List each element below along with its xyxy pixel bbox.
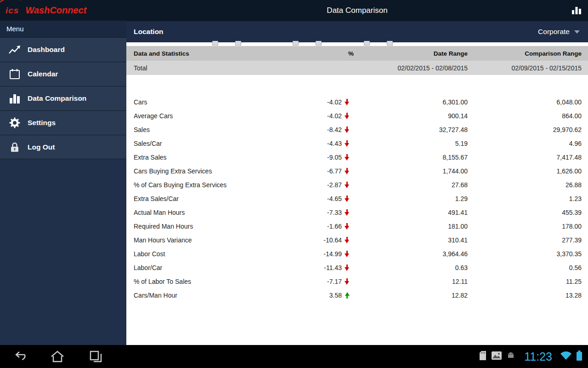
- total-row: Total 02/02/2015 - 02/08/2015 02/09/2015…: [126, 61, 588, 75]
- row-label: Required Man Hours: [134, 223, 250, 230]
- row-label: Labor/Car: [134, 264, 250, 271]
- trend-arrow-icon: [345, 223, 350, 230]
- table-row: Cars/Man Hour 3.58 12.82 13.28: [126, 288, 588, 302]
- row-label: Labor Cost: [134, 250, 250, 258]
- usb-debug-icon: [506, 351, 515, 362]
- table-row: Sales -8.42 32,727.48 29,970.62: [126, 123, 588, 137]
- trend-arrow-icon: [345, 113, 350, 119]
- table-row: Actual Man Hours -7.33 491.41 455.39: [126, 206, 588, 219]
- row-comparison-value: 277.39: [468, 236, 582, 244]
- calendar-icon: [8, 69, 21, 80]
- trend-arrow-icon: [345, 140, 350, 147]
- table-row: Average Cars -4.02 900.14 864.00: [126, 109, 588, 123]
- trend-arrow-icon: [345, 196, 350, 202]
- sidebar-item-calendar[interactable]: Calendar: [0, 62, 126, 86]
- sidebar-item-settings[interactable]: Settings: [0, 110, 126, 135]
- total-date-range: 02/02/2015 - 02/08/2015: [354, 64, 468, 72]
- back-button[interactable]: [10, 349, 28, 364]
- trend-arrow-icon: [345, 278, 350, 285]
- spinner-edge: [212, 41, 218, 46]
- trend-arrow-icon: [345, 126, 350, 133]
- row-date-value: 310.41: [354, 236, 468, 244]
- row-comparison-value: 178.00: [468, 223, 582, 230]
- chart-icon[interactable]: [571, 5, 582, 17]
- table-body: Cars -4.02 6,301.00 6,048.00 Average Car…: [126, 75, 588, 302]
- row-percent: -1.66: [250, 223, 342, 230]
- row-date-value: 32,727.48: [354, 126, 468, 133]
- washconnect-logo: WashConnect: [25, 5, 86, 16]
- row-percent: -4.02: [250, 112, 342, 120]
- row-comparison-value: 26.88: [468, 181, 582, 189]
- row-label: Cars: [134, 98, 250, 106]
- row-date-value: 181.00: [354, 223, 468, 230]
- row-percent: -2.87: [250, 181, 342, 189]
- sidebar-item-data-comparison[interactable]: Data Comparison: [0, 86, 126, 110]
- row-percent: -6.77: [250, 167, 342, 175]
- row-date-value: 3,964.46: [354, 250, 468, 258]
- row-comparison-value: 4.96: [468, 140, 582, 147]
- row-label: Cars/Man Hour: [134, 292, 250, 299]
- clock: 11:23: [524, 350, 552, 363]
- row-date-value: 12.11: [354, 278, 468, 285]
- logo-strip: ics WashConnect: [0, 0, 126, 21]
- trend-arrow-icon: [345, 237, 350, 243]
- row-label: Extra Sales/Car: [134, 195, 250, 202]
- battery-icon: [576, 350, 582, 363]
- table-row: Extra Sales -9.05 8,155.67 7,417.48: [126, 150, 588, 164]
- sidebar-item-logout[interactable]: Log Out: [0, 135, 126, 159]
- row-comparison-value: 13.28: [468, 292, 582, 299]
- home-button[interactable]: [49, 349, 66, 364]
- trend-arrow-icon: [345, 99, 350, 105]
- table-row: Sales/Car -4.43 5.19 4.96: [126, 137, 588, 150]
- table-row: Cars -4.02 6,301.00 6,048.00: [126, 95, 588, 109]
- location-selected-value: Corporate: [538, 28, 570, 36]
- row-date-value: 0.63: [354, 264, 468, 271]
- row-label: Extra Sales: [134, 154, 250, 161]
- spinner-edge: [387, 41, 393, 46]
- row-percent: -8.42: [250, 126, 342, 133]
- spinner-edge: [293, 41, 299, 46]
- row-date-value: 1.29: [354, 195, 468, 202]
- trend-arrow-icon: [345, 251, 350, 257]
- trend-arrow-icon: [345, 154, 350, 161]
- row-percent: 3.58: [250, 292, 342, 299]
- row-percent: -4.43: [250, 140, 342, 147]
- table-row: Cars Buying Extra Services -6.77 1,744.0…: [126, 164, 588, 178]
- row-label: Average Cars: [134, 112, 250, 120]
- row-label: Man Hours Variance: [134, 236, 250, 244]
- row-percent: -14.99: [250, 250, 342, 258]
- total-label: Total: [134, 64, 250, 72]
- table-row: Required Man Hours -1.66 181.00 178.00: [126, 219, 588, 233]
- table-header: Data and Statistics % Date Range Compari…: [126, 46, 588, 61]
- row-comparison-value: 864.00: [468, 112, 582, 120]
- chevron-down-icon: [574, 30, 580, 34]
- row-percent: -4.65: [250, 195, 342, 202]
- row-percent: -7.33: [250, 209, 342, 216]
- row-date-value: 6,301.00: [354, 98, 468, 106]
- row-label: % of Cars Buying Extra Services: [134, 181, 250, 189]
- sidebar-item-label: Data Comparison: [28, 94, 86, 103]
- spinner-edge: [235, 41, 241, 46]
- location-dropdown[interactable]: Corporate: [538, 28, 580, 36]
- spinner-edge: [316, 41, 322, 46]
- row-percent: -4.02: [250, 98, 342, 106]
- header-comparison-range: Comparison Range: [468, 50, 582, 57]
- spinner-edge: [364, 41, 370, 46]
- trend-arrow-icon: [345, 168, 350, 174]
- line-chart-icon: [8, 44, 21, 55]
- header-date-range: Date Range: [354, 50, 468, 57]
- trend-arrow-icon: [345, 209, 350, 216]
- header-percent: %: [250, 50, 354, 57]
- row-comparison-value: 455.39: [468, 209, 582, 216]
- sidebar-item-label: Settings: [28, 119, 56, 127]
- row-comparison-value: 7,417.48: [468, 154, 582, 161]
- gallery-icon: [491, 351, 502, 362]
- total-comparison-range: 02/09/2015 - 02/15/2015: [468, 64, 582, 72]
- row-comparison-value: 11.25: [468, 278, 582, 285]
- row-comparison-value: 1.23: [468, 195, 582, 202]
- recents-button[interactable]: [87, 349, 105, 364]
- sidebar-item-dashboard[interactable]: Dashboard: [0, 37, 126, 62]
- row-date-value: 12.82: [354, 292, 468, 299]
- lock-icon: [8, 142, 21, 153]
- location-label: Location: [134, 28, 164, 36]
